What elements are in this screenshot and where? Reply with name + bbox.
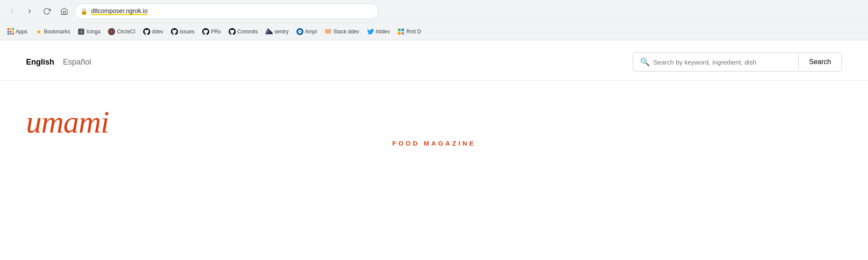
language-english-button[interactable]: English [26,58,54,67]
language-switcher: English Español [26,58,91,67]
svg-rect-9 [401,32,404,35]
forward-button[interactable] [23,4,36,18]
bookmark-circleci-label: CircleCI [117,29,135,35]
twitter-icon [367,28,374,35]
search-icon: 🔍 [640,57,650,67]
ampl-icon [296,28,303,35]
stack-icon [325,28,332,35]
icinga-icon: i [78,28,85,35]
page-content: English Español 🔍 Search umami FOOD MAGA… [0,40,868,245]
svg-rect-8 [398,32,401,35]
svg-rect-4 [325,31,331,32]
bookmark-stackddev-label: Stack ddev [333,29,359,35]
star-icon: ★ [35,28,42,35]
bookmark-prs[interactable]: PRs [199,26,224,37]
circleci-icon [108,28,115,35]
rmtd-icon [398,28,404,35]
logo-umami-text: umami [26,107,842,138]
bookmark-sentry-label: sentry [274,29,289,35]
bookmark-commits[interactable]: Commits [225,26,261,37]
bookmark-ddev-label: ddev [152,29,163,35]
bookmark-bookmarks[interactable]: ★ Bookmarks [32,26,73,37]
search-input-wrap: 🔍 [633,53,798,71]
bookmark-issues[interactable]: issues [168,26,198,37]
github-ddev-icon [143,28,150,35]
bookmark-icinga[interactable]: i Icinga [74,26,104,37]
bookmark-icinga-label: Icinga [86,29,100,35]
logo-tagline: FOOD MAGAZINE [26,140,842,147]
github-commits-icon [229,28,236,35]
address-bar[interactable]: 🔒 d8composer.ngrok.io [75,3,378,19]
browser-chrome: 🔒 d8composer.ngrok.io Apps ★ Bookmar [0,0,868,40]
svg-point-0 [111,31,112,32]
lock-icon: 🔒 [80,8,88,15]
home-button[interactable] [57,4,71,18]
github-prs-icon [202,28,209,35]
bookmark-apps-label: Apps [16,29,27,35]
reload-button[interactable] [40,4,54,18]
svg-rect-7 [401,29,404,31]
svg-rect-6 [398,29,401,31]
bookmark-ampl[interactable]: Ampl [293,26,320,37]
bookmark-ampl-label: Ampl [305,29,317,35]
bookmark-ddev[interactable]: ddev [140,26,167,37]
svg-rect-5 [325,32,331,33]
search-button[interactable]: Search [798,54,842,70]
nav-bar: 🔒 d8composer.ngrok.io [0,0,868,23]
url-text: d8composer.ngrok.io [91,7,373,15]
apps-grid-icon [7,28,14,35]
back-button[interactable] [5,4,19,18]
bookmark-ddev-twitter[interactable]: #ddev [364,26,394,37]
bookmark-rmtd[interactable]: Rmt D [394,26,424,37]
svg-rect-3 [325,29,331,30]
bookmark-prs-label: PRs [211,29,221,35]
bookmark-circleci[interactable]: CircleCI [105,26,139,37]
search-area: 🔍 Search [633,52,842,72]
logo-brand[interactable]: umami FOOD MAGAZINE [26,107,842,147]
logo-area: umami FOOD MAGAZINE [0,81,868,164]
bookmark-stackddev[interactable]: Stack ddev [321,26,362,37]
sentry-icon [266,28,273,35]
bookmark-bookmarks-label: Bookmarks [44,29,70,35]
bookmark-issues-label: issues [180,29,194,35]
github-issues-icon [171,28,178,35]
language-espanol-button[interactable]: Español [63,58,91,67]
bookmark-sentry[interactable]: sentry [262,26,292,37]
bookmark-apps[interactable]: Apps [3,26,31,37]
bookmark-rmtd-label: Rmt D [406,29,421,35]
search-input[interactable] [653,58,791,66]
bookmarks-bar: Apps ★ Bookmarks i Icinga [0,23,868,40]
bookmark-commits-label: Commits [237,29,258,35]
site-header: English Español 🔍 Search [0,40,868,81]
bookmark-ddev-twitter-label: #ddev [376,29,390,35]
